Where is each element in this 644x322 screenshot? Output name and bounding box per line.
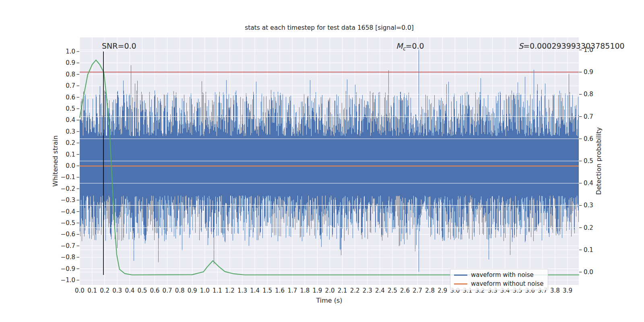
- x-tick-label: 0.2: [100, 287, 109, 294]
- legend: waveform with noise waveform without noi…: [450, 269, 548, 290]
- left-y-tick-label: 0.0: [66, 162, 75, 169]
- right-y-tick-label: 0.1: [584, 246, 593, 254]
- x-axis-label: Time (s): [80, 297, 579, 304]
- score-annotation: S=0.000293993303785100: [518, 41, 625, 50]
- left-y-tick-label: −0.2: [61, 185, 75, 192]
- left-y-tick-label: −0.4: [61, 208, 75, 215]
- right-y-tick-label: 0.9: [584, 68, 593, 76]
- x-tick-label: 2.0: [325, 287, 335, 294]
- left-y-tick-label: 0.1: [66, 151, 75, 158]
- x-tick-label: 1.7: [287, 287, 297, 294]
- x-tick-label: 2.3: [363, 287, 372, 294]
- chirp-mass-value: =0.0: [406, 41, 424, 50]
- score-symbol: S: [518, 41, 523, 50]
- legend-line-swatch-blue: [454, 275, 467, 276]
- x-tick-label: 2.9: [438, 287, 447, 294]
- figure-page: { "annotations": { "snr": "SNR=0.0", "mc…: [0, 0, 644, 322]
- right-y-tick-label: 0.4: [584, 180, 593, 187]
- right-y-axis-label: Detection probability: [595, 127, 603, 195]
- left-y-tick-label: −0.5: [61, 219, 75, 227]
- x-tick-label: 1.5: [262, 287, 272, 294]
- left-y-tick-label: 0.4: [66, 116, 75, 124]
- x-tick-label: 2.1: [338, 287, 347, 294]
- right-y-tick-label: 0.3: [584, 202, 593, 209]
- chirp-mass-symbol: M: [396, 41, 402, 50]
- x-tick-label: 0.0: [75, 287, 85, 294]
- x-tick-label: 1.3: [237, 287, 247, 294]
- right-y-tick-label: 0.7: [584, 113, 593, 120]
- left-y-tick-label: −0.8: [61, 254, 75, 261]
- x-tick-label: 0.7: [163, 287, 172, 294]
- x-tick-label: 0.1: [87, 287, 97, 294]
- x-tick-label: 2.8: [425, 287, 435, 294]
- x-tick-label: 2.7: [413, 287, 422, 294]
- chart-title: stats at each timestep for test data 165…: [80, 24, 579, 31]
- x-tick-label: 2.4: [375, 287, 385, 294]
- x-tick-label: 0.6: [150, 287, 160, 294]
- left-y-tick-label: −0.6: [61, 231, 75, 238]
- left-y-tick-label: 0.3: [66, 128, 75, 135]
- left-y-tick-label: −0.1: [61, 173, 75, 181]
- chirp-mass-annotation: Mc=0.0: [396, 41, 424, 52]
- right-y-tick-label: 0.2: [584, 224, 593, 231]
- right-y-tick-label: 0.0: [584, 268, 593, 276]
- snr-annotation: SNR=0.0: [102, 41, 136, 50]
- x-tick-label: 1.0: [200, 287, 210, 294]
- left-y-tick-label: 0.9: [66, 59, 75, 66]
- legend-entry-signal: waveform without noise: [454, 280, 543, 287]
- left-y-tick-label: 0.7: [66, 82, 75, 89]
- chirp-mass-subscript: c: [402, 45, 405, 52]
- x-tick-label: 1.9: [313, 287, 322, 294]
- x-tick-label: 2.2: [350, 287, 360, 294]
- x-tick-label: 2.6: [400, 287, 410, 294]
- right-y-tick-label: 0.6: [584, 135, 593, 142]
- x-tick-label: 3.9: [563, 287, 572, 294]
- x-tick-label: 0.5: [137, 287, 147, 294]
- left-y-tick-label: 0.2: [66, 139, 75, 147]
- left-y-tick-label: 0.6: [66, 94, 75, 101]
- x-tick-label: 0.8: [175, 287, 185, 294]
- right-y-tick-label: 0.8: [584, 91, 593, 98]
- legend-label: waveform without noise: [471, 280, 543, 287]
- left-y-tick-label: 1.0: [66, 48, 75, 55]
- x-tick-label: 2.5: [388, 287, 397, 294]
- x-tick-label: 1.8: [300, 287, 310, 294]
- left-y-tick-label: 0.8: [66, 71, 75, 78]
- right-y-tick-label: 0.5: [584, 157, 593, 165]
- x-tick-label: 0.3: [112, 287, 122, 294]
- legend-line-swatch-orange: [454, 283, 467, 285]
- left-y-tick-label: −0.7: [61, 242, 75, 250]
- legend-label: waveform with noise: [471, 271, 534, 279]
- left-y-tick-label: −0.9: [61, 265, 75, 272]
- x-tick-label: 0.4: [125, 287, 134, 294]
- left-y-tick-label: −0.3: [61, 196, 75, 204]
- x-tick-label: 1.1: [213, 287, 222, 294]
- x-tick-label: 3.8: [550, 287, 560, 294]
- x-tick-label: 1.2: [225, 287, 235, 294]
- left-y-tick-label: −1.0: [61, 277, 75, 284]
- x-tick-label: 1.4: [250, 287, 260, 294]
- left-y-tick-label: 0.5: [66, 105, 75, 112]
- left-y-axis-label: Whitened strain: [52, 135, 59, 186]
- x-tick-label: 1.6: [275, 287, 285, 294]
- legend-entry-noise: waveform with noise: [454, 271, 543, 279]
- x-tick-label: 0.9: [188, 287, 197, 294]
- score-value: =0.000293993303785100: [523, 41, 625, 50]
